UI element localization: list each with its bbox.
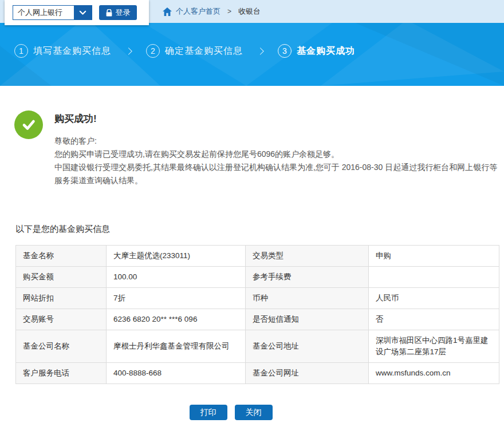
- chevron-down-icon[interactable]: [74, 6, 92, 19]
- cell-label: 基金公司名称: [16, 330, 107, 363]
- success-greeting: 尊敬的客户:: [54, 135, 499, 148]
- cell-label: 参考手续费: [246, 267, 369, 288]
- step-1-number: 1: [14, 44, 28, 58]
- success-check-icon: [14, 110, 43, 139]
- cell-label: 购买金额: [16, 267, 107, 288]
- step-2-label: 确定基金购买信息: [165, 45, 243, 57]
- step-separator-icon: [257, 48, 264, 55]
- login-card: 个人网上银行 登录: [5, 0, 149, 25]
- cell-value: 100.00: [107, 267, 246, 288]
- purchase-stepper: 1 填写基金购买信息 2 确定基金购买信息 3 基金购买成功: [14, 44, 355, 58]
- breadcrumb-current: 收银台: [238, 6, 261, 17]
- success-message-block: 购买成功! 尊敬的客户: 您的购买申请已受理成功,请在购买交易发起前保持您尾号6…: [14, 110, 504, 187]
- lock-icon: [106, 9, 112, 17]
- success-text: 购买成功! 尊敬的客户: 您的购买申请已受理成功,请在购买交易发起前保持您尾号6…: [54, 110, 499, 187]
- success-line2: 中国建设银行受理交易委托,其结果最终确认以注册登记机构确认结果为准,您可于 20…: [54, 161, 499, 187]
- step-3-number: 3: [278, 44, 292, 58]
- table-row: 基金名称大摩主题优选(233011)交易类型申购: [16, 246, 499, 267]
- step-2-number: 2: [146, 44, 160, 58]
- cell-value: 申购: [369, 246, 499, 267]
- table-row: 网站折扣7折币种人民币: [16, 288, 499, 309]
- cell-value: 深圳市福田区中心四路1号嘉里建设广场第二座第17层: [369, 330, 499, 363]
- cell-label: 币种: [246, 288, 369, 309]
- step-separator-icon: [125, 48, 132, 55]
- print-button[interactable]: 打印: [190, 405, 227, 420]
- cell-value: 400-8888-668: [107, 363, 246, 384]
- breadcrumb-separator: >: [227, 7, 231, 15]
- action-buttons: 打印 关闭: [0, 405, 483, 420]
- table-row: 基金公司名称摩根士丹利华鑫基金管理有限公司基金公司地址深圳市福田区中心四路1号嘉…: [16, 330, 499, 363]
- cell-value: 6236 6820 20** ***6 096: [107, 309, 246, 330]
- home-icon: [163, 7, 172, 16]
- cell-label: 基金公司地址: [246, 330, 369, 363]
- cell-label: 是否短信通知: [246, 309, 369, 330]
- cell-label: 网站折扣: [16, 288, 107, 309]
- cell-value: 摩根士丹利华鑫基金管理有限公司: [107, 330, 246, 363]
- step-1-fill-info: 1 填写基金购买信息: [14, 44, 111, 58]
- channel-select[interactable]: 个人网上银行: [13, 5, 92, 20]
- cell-value: www.msfunds.com.cn: [369, 363, 499, 384]
- step-1-label: 填写基金购买信息: [33, 45, 111, 57]
- success-line1: 您的购买申请已受理成功,请在购买交易发起前保持您尾号6096的账户余额足够。: [54, 148, 499, 161]
- main-content: 购买成功! 尊敬的客户: 您的购买申请已受理成功,请在购买交易发起前保持您尾号6…: [0, 86, 504, 420]
- cell-value: 人民币: [369, 288, 499, 309]
- fund-info-table: 基金名称大摩主题优选(233011)交易类型申购购买金额100.00参考手续费网…: [15, 245, 499, 384]
- fund-info-table-body: 基金名称大摩主题优选(233011)交易类型申购购买金额100.00参考手续费网…: [16, 246, 499, 384]
- cell-label: 交易账号: [16, 309, 107, 330]
- cell-label: 基金公司网址: [246, 363, 369, 384]
- cell-value: [369, 267, 499, 288]
- cell-label: 客户服务电话: [16, 363, 107, 384]
- step-3-label: 基金购买成功: [297, 45, 355, 57]
- table-row: 客户服务电话400-8888-668基金公司网址www.msfunds.com.…: [16, 363, 499, 384]
- login-button[interactable]: 登录: [99, 5, 137, 20]
- success-title: 购买成功!: [54, 112, 499, 125]
- cell-label: 交易类型: [246, 246, 369, 267]
- cell-label: 基金名称: [16, 246, 107, 267]
- login-button-label: 登录: [116, 7, 131, 18]
- cell-value: 大摩主题优选(233011): [107, 246, 246, 267]
- close-button[interactable]: 关闭: [235, 405, 273, 420]
- table-row: 购买金额100.00参考手续费: [16, 267, 499, 288]
- step-3-success: 3 基金购买成功: [278, 44, 355, 58]
- table-row: 交易账号6236 6820 20** ***6 096是否短信通知否: [16, 309, 499, 330]
- fund-info-section-title: 以下是您的基金购买信息: [15, 224, 504, 235]
- stepper-banner: 1 填写基金购买信息 2 确定基金购买信息 3 基金购买成功: [0, 23, 504, 86]
- channel-select-value: 个人网上银行: [13, 6, 74, 19]
- breadcrumb: 个人客户首页 > 收银台: [163, 0, 261, 23]
- breadcrumb-home-link[interactable]: 个人客户首页: [176, 6, 220, 17]
- cell-value: 否: [369, 309, 499, 330]
- cell-value: 7折: [107, 288, 246, 309]
- step-2-confirm-info: 2 确定基金购买信息: [146, 44, 243, 58]
